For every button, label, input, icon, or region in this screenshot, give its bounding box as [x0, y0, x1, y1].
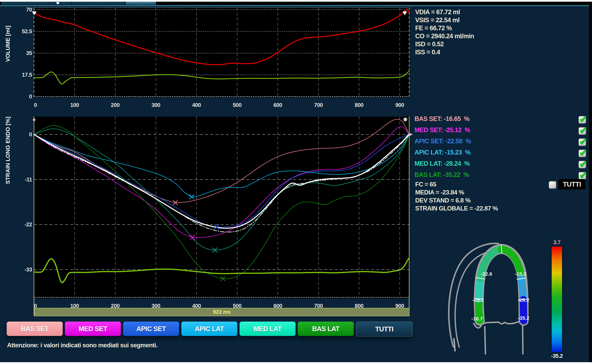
- strain-chart: 0-11-22-330100200300400500600700800900♦S…: [5, 116, 413, 316]
- svg-text:0: 0: [29, 131, 32, 137]
- heart-value-apic-set: -22.6: [481, 271, 492, 277]
- legend-row-med-set: MED SET: -25.12 %✔: [415, 126, 592, 138]
- svg-text:600: 600: [274, 102, 282, 108]
- contour-leg-right: [523, 323, 523, 354]
- tutti-checkbox[interactable]: [549, 181, 556, 189]
- segment-button-label: MED SET: [79, 325, 107, 333]
- stat-line: ISD = 0.52: [415, 40, 474, 48]
- segment-button-apic-set[interactable]: APIC SET: [123, 322, 179, 336]
- segment-button-bas-lat[interactable]: BAS LAT: [298, 322, 354, 336]
- legend-checkbox[interactable]: ✔: [579, 161, 586, 168]
- check-icon: ✔: [579, 136, 587, 147]
- svg-text:700: 700: [314, 102, 323, 108]
- legend-checkbox[interactable]: ✔: [579, 172, 586, 180]
- volume-axis-title: VOLUME [ml]: [5, 26, 11, 62]
- summary-line: FC = 65: [415, 180, 498, 188]
- cycle-start-marker-icon[interactable]: ♦: [33, 116, 36, 123]
- legend-checkbox[interactable]: ✔: [579, 150, 586, 157]
- segment-button-bas-set[interactable]: BAS SET: [7, 322, 63, 336]
- legend-label: MED SET: -25.12 %: [415, 126, 470, 133]
- svg-text:400: 400: [192, 102, 201, 108]
- heart-value-apic-lat: -15.2: [515, 271, 526, 277]
- stat-line: CO = 2940.24 ml/min: [415, 32, 474, 40]
- legend-label: BAS SET: -16.65 %: [415, 115, 469, 122]
- timeline-label: 922 ms: [213, 309, 230, 315]
- legend-checkbox[interactable]: ✔: [579, 116, 586, 124]
- colorbar-max: 3.7: [550, 239, 563, 246]
- segment-button-med-lat[interactable]: MED LAT: [240, 322, 296, 336]
- legend-label: APIC SET: -22.58 %: [415, 138, 471, 145]
- svg-text:900: 900: [396, 102, 404, 108]
- volume-stats: VDIA = 67.72 mlVSIS = 22.54 mlFE = 66.72…: [415, 8, 474, 56]
- check-icon: ✔: [579, 125, 587, 136]
- strain-colorbar: [552, 247, 562, 352]
- heart-value-bas-set: -16.7: [471, 316, 483, 321]
- segment-button-label: BAS SET: [21, 325, 48, 333]
- cycle-heart-icon[interactable]: ♥: [32, 8, 36, 17]
- svg-text:70: 70: [26, 6, 32, 13]
- legend-checkbox[interactable]: ✔: [579, 127, 586, 135]
- stat-line: FE = 66.72 %: [415, 24, 474, 32]
- zero-line-marker-icon: [410, 133, 413, 136]
- heart-value-med-lat: -28.2: [518, 297, 529, 303]
- segment-button-apic-lat[interactable]: APIC LAT: [181, 322, 237, 336]
- svg-text:-33: -33: [24, 266, 32, 273]
- segment-button-label: BAS LAT: [312, 325, 339, 333]
- svg-text:300: 300: [152, 102, 160, 108]
- stat-line: VDIA = 67.72 ml: [415, 8, 474, 16]
- svg-text:200: 200: [111, 102, 120, 108]
- warning-text: Attenzione: i valori indicati sono media…: [7, 342, 158, 349]
- svg-text:52.5: 52.5: [22, 28, 32, 34]
- app-window: 7052.53517.50010020030040050060070080090…: [0, 0, 592, 364]
- legend-row-apic-lat: APIC LAT: -15.23 %✔: [415, 149, 592, 160]
- svg-text:800: 800: [355, 102, 363, 108]
- cycle-end-marker-icon[interactable]: [404, 118, 407, 121]
- colorbar-min: -35.2: [549, 353, 565, 359]
- legend-row-apic-set: APIC SET: -22.58 %✔: [415, 138, 592, 149]
- strain-summary: FC = 65MEDIA = -23.84 %DEV STAND = 6.8 %…: [415, 180, 498, 213]
- segment-button-label: MED LAT: [254, 325, 282, 333]
- summary-line: MEDIA = -23.84 %: [415, 188, 498, 196]
- svg-text:100: 100: [70, 102, 79, 108]
- segment-button-med-set[interactable]: MED SET: [65, 322, 121, 336]
- contour-leg-mid: [485, 327, 485, 354]
- summary-line: DEV STAND = 6.8 %: [415, 196, 498, 204]
- svg-text:500: 500: [233, 102, 242, 108]
- legend-row-bas-set: BAS SET: -16.65 %✔: [415, 115, 592, 126]
- svg-text:-22: -22: [24, 221, 32, 228]
- timeline-bar[interactable]: 922 ms: [34, 308, 410, 316]
- legend-label: MED LAT: -28.24 %: [415, 160, 470, 167]
- segment-button-label: APIC SET: [136, 325, 166, 333]
- segment-legend: BAS SET: -16.65 %✔MED SET: -25.12 %✔APIC…: [415, 115, 592, 184]
- stat-line: VSIS = 22.54 ml: [415, 16, 474, 24]
- legend-row-med-lat: MED LAT: -28.24 %✔: [415, 160, 592, 171]
- legend-label: APIC LAT: -15.23 %: [415, 149, 471, 156]
- heart-value-med-set: -25.1: [472, 297, 484, 303]
- check-icon: ✔: [579, 114, 587, 125]
- cycle-heart-icon[interactable]: ♥: [403, 8, 407, 17]
- stat-line: ISS = 0.4: [415, 48, 474, 56]
- svg-text:0: 0: [34, 102, 37, 108]
- legend-label: BAS LAT: -35.22 %: [415, 171, 469, 178]
- legend-checkbox[interactable]: ✔: [579, 138, 586, 146]
- heart-map: -22.6 -15.2 -25.1 -28.2 -16.7 -35.2: [443, 239, 544, 359]
- check-icon: ✔: [579, 147, 587, 159]
- segment-button-label: TUTTI: [375, 325, 393, 333]
- volume-chart: 7052.53517.50010020030040050060070080090…: [5, 6, 409, 108]
- strain-axis-title: STRAIN LONG ENDO [%]: [5, 117, 11, 184]
- contour-leg-left: [454, 339, 455, 351]
- tutti-label: TUTTI: [563, 181, 581, 188]
- tutti-label-badge[interactable]: TUTTI: [558, 179, 585, 189]
- segment-button-tutti[interactable]: TUTTI: [356, 322, 413, 337]
- svg-text:-11: -11: [25, 176, 32, 182]
- check-icon: ✔: [579, 158, 587, 170]
- svg-text:0: 0: [29, 93, 32, 100]
- svg-text:35: 35: [26, 50, 32, 56]
- heart-value-bas-lat: -35.2: [518, 315, 529, 321]
- summary-line: STRAIN GLOBALE = -22.87 %: [415, 204, 498, 213]
- segment-button-label: APIC LAT: [195, 325, 224, 333]
- svg-text:17.5: 17.5: [22, 72, 32, 78]
